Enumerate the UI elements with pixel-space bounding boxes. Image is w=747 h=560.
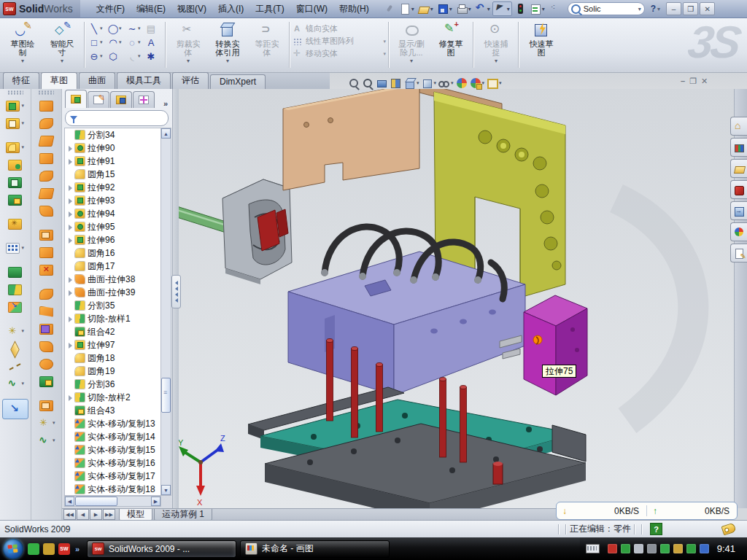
linear-sketch-pattern-button[interactable]: 线性草图阵列 ▾ bbox=[293, 36, 386, 47]
toolbar-grip[interactable] bbox=[7, 90, 23, 95]
selection-box-button[interactable]: ▤ bbox=[144, 22, 163, 35]
tree-item-拉伸92[interactable]: 拉伸92 bbox=[66, 181, 160, 194]
edit-appearance-button[interactable] bbox=[456, 77, 468, 89]
rebuild-button[interactable] bbox=[513, 2, 527, 15]
scroll-left-icon[interactable]: ◀ bbox=[65, 497, 74, 506]
tree-item-实体-移动/复制17[interactable]: 实体-移动/复制17 bbox=[66, 470, 160, 483]
taskbar-clock[interactable]: 9:41 bbox=[717, 543, 735, 554]
draft-button[interactable] bbox=[1, 191, 30, 209]
tree-item-圆角18[interactable]: 圆角18 bbox=[66, 351, 160, 365]
tray-messenger-icon[interactable] bbox=[700, 544, 709, 553]
dropdown-arrow-icon[interactable]: ▾ bbox=[482, 80, 485, 86]
dropdown-arrow-icon[interactable]: ▾ bbox=[119, 26, 124, 31]
tab-DimXpert[interactable]: DimXpert bbox=[210, 74, 266, 89]
untrim-surface-button[interactable] bbox=[31, 338, 61, 355]
start-button[interactable] bbox=[3, 539, 23, 559]
panel-splitter[interactable] bbox=[173, 89, 179, 508]
menu-窗口(W)[interactable]: 窗口(W) bbox=[290, 0, 333, 18]
wrap-button[interactable] bbox=[1, 215, 30, 233]
dropdown-arrow-icon[interactable]: ▾ bbox=[21, 103, 24, 109]
expander-icon[interactable] bbox=[67, 289, 74, 296]
tray-security-plus-icon[interactable] bbox=[686, 544, 696, 553]
previous-tab-icon[interactable]: ◀ bbox=[77, 509, 89, 520]
scrollbar-thumb[interactable] bbox=[161, 378, 171, 413]
tree-item-组合43[interactable]: 组合43 bbox=[66, 404, 160, 417]
tab-feature-tree[interactable] bbox=[65, 90, 87, 108]
red-insert[interactable] bbox=[258, 210, 279, 251]
dropdown-arrow-icon[interactable]: ▾ bbox=[138, 53, 143, 59]
replace-face-button[interactable] bbox=[31, 285, 61, 303]
menu-帮助(H)[interactable]: 帮助(H) bbox=[333, 0, 375, 18]
display-delete-relations-button[interactable]: 显示/删 除几... ▾ bbox=[392, 19, 431, 71]
tray-sync-icon[interactable] bbox=[660, 544, 670, 553]
ql-messenger-icon[interactable] bbox=[28, 543, 39, 555]
ellipse-button[interactable]: ◌▾ bbox=[125, 36, 144, 49]
menu-插入(I)[interactable]: 插入(I) bbox=[212, 0, 249, 18]
doc-tab-模型[interactable]: 模型 bbox=[119, 509, 152, 521]
tree-item-拉伸94[interactable]: 拉伸94 bbox=[66, 207, 160, 220]
expander-icon[interactable] bbox=[67, 211, 74, 217]
tab-评估[interactable]: 评估 bbox=[172, 72, 209, 89]
menu-工具(T)[interactable]: 工具(T) bbox=[249, 0, 290, 18]
tree-item-切除-放样2[interactable]: 切除-放样2 bbox=[66, 391, 160, 404]
scroll-right-icon[interactable]: ▶ bbox=[151, 497, 160, 506]
dropdown-arrow-icon[interactable]: ▾ bbox=[226, 58, 229, 64]
tree-item-分割35[interactable]: 分割35 bbox=[66, 299, 160, 312]
toolbar-grip[interactable] bbox=[38, 90, 54, 95]
last-tab-icon[interactable]: ▶▶ bbox=[103, 509, 115, 520]
tab-曲面[interactable]: 曲面 bbox=[79, 72, 115, 89]
scroll-down-icon[interactable]: ▼ bbox=[161, 485, 171, 495]
polygon-button[interactable]: ⬡ bbox=[107, 50, 125, 63]
dropdown-arrow-icon[interactable]: ▾ bbox=[53, 438, 55, 443]
dropdown-arrow-icon[interactable]: ▾ bbox=[187, 58, 190, 64]
filled-surface-button[interactable] bbox=[31, 184, 61, 202]
ql-solidworks-icon[interactable]: SW bbox=[58, 543, 70, 555]
input-method-icon[interactable] bbox=[586, 544, 600, 553]
combine-button[interactable] bbox=[1, 263, 30, 281]
help-button[interactable]: ? ▾ bbox=[649, 4, 660, 14]
magenta-block-front[interactable] bbox=[524, 312, 556, 395]
fillet-button[interactable]: ▾ bbox=[1, 139, 30, 156]
ruled-surface-button[interactable] bbox=[31, 244, 61, 261]
tab-property-manager[interactable] bbox=[88, 91, 109, 108]
close-button[interactable]: ✕ bbox=[700, 2, 715, 15]
dropdown-arrow-icon[interactable]: ▾ bbox=[430, 6, 433, 12]
tree-item-拉伸93[interactable]: 拉伸93 bbox=[66, 194, 160, 207]
restore-button[interactable]: ❐ bbox=[683, 2, 698, 15]
taskbar-window[interactable]: 未命名 - 画图 bbox=[240, 540, 390, 558]
expander-icon[interactable] bbox=[67, 276, 74, 283]
tree-item-圆角15[interactable]: 圆角15 bbox=[66, 168, 160, 181]
scroll-up-icon[interactable]: ▲ bbox=[161, 128, 171, 139]
doc-minimize-button[interactable]: – bbox=[681, 77, 685, 86]
tree-horizontal-scrollbar[interactable]: ◀ ▶ bbox=[64, 496, 161, 507]
dropdown-arrow-icon[interactable]: ▾ bbox=[417, 80, 419, 86]
taskpane-toolbox-tab[interactable] bbox=[730, 180, 747, 199]
dropdown-arrow-icon[interactable]: ▾ bbox=[487, 6, 490, 12]
freeform-button[interactable] bbox=[31, 397, 61, 414]
text-button[interactable]: A bbox=[144, 36, 163, 49]
dropdown-arrow-icon[interactable]: ▾ bbox=[138, 39, 143, 45]
dropdown-arrow-icon[interactable]: ▾ bbox=[61, 58, 63, 64]
knit-surface-button[interactable] bbox=[31, 355, 61, 373]
dropdown-arrow-icon[interactable]: ▾ bbox=[21, 381, 24, 386]
move-entities-button[interactable]: 移动实体 ▾ bbox=[293, 48, 386, 59]
slot-button[interactable]: ⊖▾ bbox=[88, 50, 106, 63]
select-button[interactable]: ▾ bbox=[492, 1, 512, 16]
taskpane-design-library-tab[interactable] bbox=[730, 138, 747, 157]
dropdown-arrow-icon[interactable]: ▾ bbox=[21, 245, 24, 251]
dropdown-arrow-icon[interactable]: ▾ bbox=[21, 120, 24, 126]
tray-volume-icon[interactable] bbox=[647, 544, 657, 553]
tree-item-曲面-拉伸39[interactable]: 曲面-拉伸39 bbox=[66, 286, 160, 299]
chevron-down-icon[interactable]: ▾ bbox=[638, 6, 641, 12]
instant3d-button[interactable] bbox=[2, 399, 28, 419]
first-tab-icon[interactable]: ◀◀ bbox=[63, 509, 76, 520]
tree-item-圆角17[interactable]: 圆角17 bbox=[66, 260, 160, 273]
helix-button[interactable]: ▾ bbox=[1, 375, 30, 392]
save-button[interactable]: ▾ bbox=[436, 2, 454, 15]
boundary-surface-button[interactable] bbox=[31, 167, 61, 184]
taskpane-view-palette-tab[interactable] bbox=[730, 201, 747, 220]
body-move-button[interactable] bbox=[1, 298, 30, 316]
dropdown-arrow-icon[interactable]: ▾ bbox=[449, 6, 452, 12]
tab-dimxpert-manager[interactable] bbox=[133, 91, 155, 108]
tree-item-拉伸96[interactable]: 拉伸96 bbox=[66, 233, 160, 246]
